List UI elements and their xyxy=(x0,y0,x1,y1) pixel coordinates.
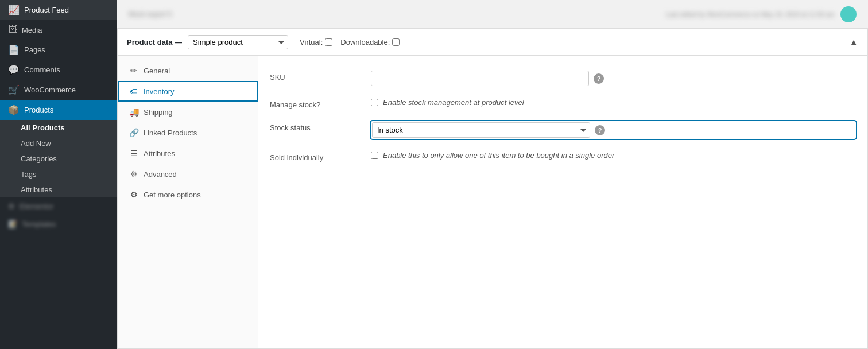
manage-stock-checkbox[interactable] xyxy=(371,99,378,106)
top-bar: Mock export 5 Last edited by WooCommerce… xyxy=(117,0,868,29)
stock-status-help-icon[interactable]: ? xyxy=(595,125,605,135)
stock-status-select[interactable]: In stock Out of stock On backorder xyxy=(372,122,590,138)
tab-shipping[interactable]: 🚚 Shipping xyxy=(118,102,258,122)
blurred-icon-1: ⚙ xyxy=(8,202,15,211)
virtual-label[interactable]: Virtual: xyxy=(300,38,332,46)
sold-individually-checkbox[interactable] xyxy=(371,152,378,159)
sidebar-item-blurred-1[interactable]: ⚙ Elementor xyxy=(0,197,117,215)
sku-row: SKU ? xyxy=(270,65,856,92)
sidebar-item-products[interactable]: 📦 Products xyxy=(0,100,117,120)
top-bar-date: Last edited by WooCommerce on May 19, 20… xyxy=(666,11,835,18)
sku-help-icon[interactable]: ? xyxy=(594,73,604,84)
sidebar-item-comments[interactable]: 💬 Comments xyxy=(0,60,117,80)
product-tabs: ✏ General 🏷 Inventory 🚚 Shipping 🔗 Linke… xyxy=(118,56,258,348)
sidebar-item-label: Products xyxy=(24,106,53,114)
product-data-body: ✏ General 🏷 Inventory 🚚 Shipping 🔗 Linke… xyxy=(118,56,867,348)
sidebar-item-label: Pages xyxy=(24,45,45,54)
sidebar-item-label: Comments xyxy=(24,65,60,74)
main-content: Mock export 5 Last edited by WooCommerce… xyxy=(117,0,868,349)
blurred-icon-2: 📝 xyxy=(8,220,17,228)
tab-linked-products[interactable]: 🔗 Linked Products xyxy=(118,122,258,143)
tab-get-more-options[interactable]: ⚙ Get more options xyxy=(118,184,258,205)
tab-attributes[interactable]: ☰ Attributes xyxy=(118,143,258,164)
inventory-tab-content: SKU ? Manage stock? Enable stock managem… xyxy=(258,56,867,348)
top-bar-left: Mock export 5 xyxy=(129,10,172,18)
sidebar-sub-all-products[interactable]: All Products xyxy=(0,120,117,135)
sidebar: 📈 Product Feed 🖼 Media 📄 Pages 💬 Comment… xyxy=(0,0,117,349)
tab-general[interactable]: ✏ General xyxy=(118,60,258,81)
sidebar-item-label: WooCommerce xyxy=(24,86,76,94)
tab-advanced[interactable]: ⚙ Advanced xyxy=(118,164,258,184)
sidebar-item-blurred-2[interactable]: 📝 Templates xyxy=(0,215,117,233)
products-arrow xyxy=(106,107,109,114)
stock-status-row: Stock status In stock Out of stock On ba… xyxy=(270,115,856,145)
sidebar-sub-categories[interactable]: Categories xyxy=(0,151,117,166)
manage-stock-label: Manage stock? xyxy=(270,98,362,109)
sold-individually-label: Sold individually xyxy=(270,151,362,162)
sku-field: ? xyxy=(371,71,856,86)
sidebar-item-label: Product Feed xyxy=(24,6,69,14)
product-data-panel: Product data — Simple product Variable p… xyxy=(117,29,868,349)
top-bar-right: Last edited by WooCommerce on May 19, 20… xyxy=(666,6,857,22)
collapse-button[interactable]: ▲ xyxy=(849,37,858,48)
downloadable-label[interactable]: Downloadable: xyxy=(340,38,400,46)
sidebar-sub-tags[interactable]: Tags xyxy=(0,166,117,182)
woocommerce-icon: 🛒 xyxy=(8,84,20,95)
product-data-title: Product data — xyxy=(127,38,182,46)
product-data-header: Product data — Simple product Variable p… xyxy=(118,29,867,56)
sidebar-item-product-feed[interactable]: 📈 Product Feed xyxy=(0,0,117,20)
sold-individually-description: Enable this to only allow one of this it… xyxy=(383,151,614,160)
tab-inventory[interactable]: 🏷 Inventory xyxy=(118,81,258,102)
sidebar-item-label: Media xyxy=(22,26,42,34)
comments-icon: 💬 xyxy=(8,64,20,75)
manage-stock-row: Manage stock? Enable stock management at… xyxy=(270,92,856,115)
product-type-select[interactable]: Simple product Variable product Grouped … xyxy=(188,35,288,49)
inventory-icon: 🏷 xyxy=(129,87,139,96)
sold-individually-field: Enable this to only allow one of this it… xyxy=(371,151,856,160)
stock-status-field: In stock Out of stock On backorder ? xyxy=(371,121,856,139)
products-submenu: All Products Add New Categories Tags Att… xyxy=(0,120,117,197)
downloadable-checkbox[interactable] xyxy=(392,38,400,46)
pages-icon: 📄 xyxy=(8,44,20,55)
product-feed-icon: 📈 xyxy=(8,5,20,15)
linked-products-icon: 🔗 xyxy=(129,128,139,137)
manage-stock-description: Enable stock management at product level xyxy=(383,98,524,107)
sidebar-sub-add-new[interactable]: Add New xyxy=(0,135,117,151)
sidebar-item-woocommerce[interactable]: 🛒 WooCommerce xyxy=(0,80,117,100)
attributes-icon: ☰ xyxy=(129,149,139,158)
sku-input[interactable] xyxy=(371,71,589,86)
shipping-icon: 🚚 xyxy=(129,107,139,117)
sidebar-item-media[interactable]: 🖼 Media xyxy=(0,20,117,40)
products-icon: 📦 xyxy=(8,104,20,115)
manage-stock-field: Enable stock management at product level xyxy=(371,98,856,107)
sku-label: SKU xyxy=(270,71,362,82)
media-icon: 🖼 xyxy=(8,25,17,35)
virtual-checkbox[interactable] xyxy=(325,38,332,46)
advanced-icon: ⚙ xyxy=(129,169,139,179)
virtual-downloadable: Virtual: Downloadable: xyxy=(300,38,400,46)
sold-individually-row: Sold individually Enable this to only al… xyxy=(270,145,856,168)
sidebar-sub-attributes[interactable]: Attributes xyxy=(0,182,117,197)
stock-status-label: Stock status xyxy=(270,121,362,132)
get-more-options-icon: ⚙ xyxy=(129,190,139,199)
general-icon: ✏ xyxy=(129,66,139,75)
avatar xyxy=(840,6,857,22)
sidebar-item-pages[interactable]: 📄 Pages xyxy=(0,40,117,60)
